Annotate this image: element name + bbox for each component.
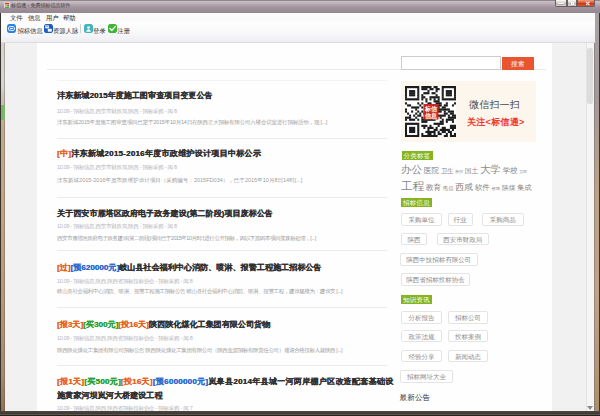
svg-text:标信: 标信 (424, 105, 437, 113)
svg-text:信息: 信息 (424, 112, 438, 120)
